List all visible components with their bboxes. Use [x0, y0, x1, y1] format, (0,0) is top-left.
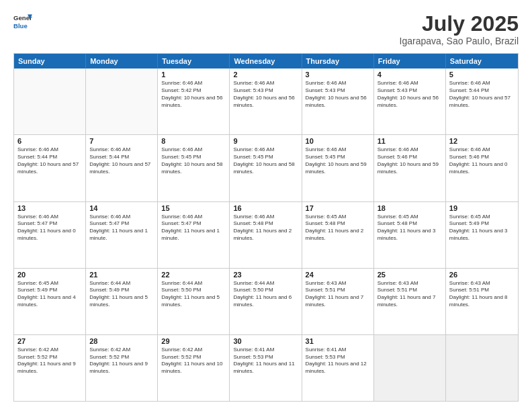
cell-details: Sunrise: 6:43 AM Sunset: 5:51 PM Dayligh… — [449, 280, 515, 309]
day-number: 3 — [306, 71, 370, 79]
cal-cell-empty — [86, 68, 158, 134]
calendar-row-2: 6Sunrise: 6:46 AM Sunset: 5:44 PM Daylig… — [14, 134, 518, 201]
cal-cell-24: 24Sunrise: 6:43 AM Sunset: 5:51 PM Dayli… — [302, 269, 374, 334]
logo: General Blue — [13, 12, 32, 31]
cal-cell-4: 4Sunrise: 6:46 AM Sunset: 5:43 PM Daylig… — [374, 68, 446, 134]
day-number: 1 — [161, 71, 226, 79]
cell-details: Sunrise: 6:42 AM Sunset: 5:52 PM Dayligh… — [89, 347, 154, 375]
day-number: 19 — [449, 204, 515, 212]
cal-cell-8: 8Sunrise: 6:46 AM Sunset: 5:45 PM Daylig… — [158, 135, 230, 201]
day-number: 2 — [233, 71, 298, 79]
cal-cell-11: 11Sunrise: 6:46 AM Sunset: 5:46 PM Dayli… — [374, 135, 446, 201]
day-number: 29 — [161, 337, 226, 345]
calendar-row-3: 13Sunrise: 6:46 AM Sunset: 5:47 PM Dayli… — [14, 201, 518, 268]
cal-cell-15: 15Sunrise: 6:46 AM Sunset: 5:47 PM Dayli… — [158, 202, 230, 268]
weekday-header-wednesday: Wednesday — [230, 54, 302, 68]
weekday-header-saturday: Saturday — [446, 54, 518, 68]
day-number: 26 — [449, 271, 515, 279]
day-number: 8 — [161, 137, 226, 145]
title-block: July 2025 Igarapava, Sao Paulo, Brazil — [400, 12, 519, 46]
calendar-row-5: 27Sunrise: 6:42 AM Sunset: 5:52 PM Dayli… — [14, 334, 518, 401]
cell-details: Sunrise: 6:46 AM Sunset: 5:44 PM Dayligh… — [449, 80, 515, 109]
day-number: 6 — [17, 137, 82, 145]
cal-cell-9: 9Sunrise: 6:46 AM Sunset: 5:45 PM Daylig… — [230, 135, 302, 201]
month-year: July 2025 — [400, 12, 519, 36]
day-number: 16 — [233, 204, 298, 212]
day-number: 11 — [378, 137, 442, 145]
svg-text:Blue: Blue — [13, 22, 28, 30]
day-number: 17 — [306, 204, 370, 212]
calendar-header: SundayMondayTuesdayWednesdayThursdayFrid… — [14, 54, 518, 68]
cell-details: Sunrise: 6:42 AM Sunset: 5:52 PM Dayligh… — [161, 347, 226, 375]
cell-details: Sunrise: 6:46 AM Sunset: 5:46 PM Dayligh… — [378, 146, 442, 175]
cal-cell-6: 6Sunrise: 6:46 AM Sunset: 5:44 PM Daylig… — [14, 135, 86, 201]
cal-cell-14: 14Sunrise: 6:46 AM Sunset: 5:47 PM Dayli… — [86, 202, 158, 268]
cal-cell-17: 17Sunrise: 6:45 AM Sunset: 5:48 PM Dayli… — [302, 202, 374, 268]
cell-details: Sunrise: 6:46 AM Sunset: 5:43 PM Dayligh… — [233, 80, 298, 109]
cell-details: Sunrise: 6:46 AM Sunset: 5:42 PM Dayligh… — [161, 80, 226, 109]
cal-cell-12: 12Sunrise: 6:46 AM Sunset: 5:46 PM Dayli… — [446, 135, 518, 201]
calendar-row-1: 1Sunrise: 6:46 AM Sunset: 5:42 PM Daylig… — [14, 68, 518, 134]
cal-cell-20: 20Sunrise: 6:45 AM Sunset: 5:49 PM Dayli… — [14, 269, 86, 334]
cal-cell-13: 13Sunrise: 6:46 AM Sunset: 5:47 PM Dayli… — [14, 202, 86, 268]
cell-details: Sunrise: 6:45 AM Sunset: 5:48 PM Dayligh… — [378, 214, 442, 242]
cal-cell-5: 5Sunrise: 6:46 AM Sunset: 5:44 PM Daylig… — [446, 68, 518, 134]
cal-cell-3: 3Sunrise: 6:46 AM Sunset: 5:43 PM Daylig… — [302, 68, 374, 134]
cell-details: Sunrise: 6:46 AM Sunset: 5:48 PM Dayligh… — [233, 214, 298, 242]
cal-cell-10: 10Sunrise: 6:46 AM Sunset: 5:45 PM Dayli… — [302, 135, 374, 201]
logo-icon: General Blue — [13, 12, 32, 31]
cell-details: Sunrise: 6:46 AM Sunset: 5:46 PM Dayligh… — [449, 146, 515, 175]
weekday-header-tuesday: Tuesday — [158, 54, 230, 68]
cal-cell-1: 1Sunrise: 6:46 AM Sunset: 5:42 PM Daylig… — [158, 68, 230, 134]
weekday-header-friday: Friday — [374, 54, 446, 68]
cell-details: Sunrise: 6:46 AM Sunset: 5:47 PM Dayligh… — [161, 214, 226, 242]
day-number: 22 — [161, 271, 226, 279]
day-number: 9 — [233, 137, 298, 145]
cal-cell-empty — [14, 68, 86, 134]
cell-details: Sunrise: 6:44 AM Sunset: 5:50 PM Dayligh… — [233, 280, 298, 309]
cal-cell-16: 16Sunrise: 6:46 AM Sunset: 5:48 PM Dayli… — [230, 202, 302, 268]
cell-details: Sunrise: 6:46 AM Sunset: 5:45 PM Dayligh… — [233, 146, 298, 175]
cal-cell-23: 23Sunrise: 6:44 AM Sunset: 5:50 PM Dayli… — [230, 269, 302, 334]
cell-details: Sunrise: 6:43 AM Sunset: 5:51 PM Dayligh… — [378, 280, 442, 309]
cal-cell-7: 7Sunrise: 6:46 AM Sunset: 5:44 PM Daylig… — [86, 135, 158, 201]
day-number: 30 — [233, 337, 298, 345]
cell-details: Sunrise: 6:46 AM Sunset: 5:44 PM Dayligh… — [17, 146, 82, 175]
cell-details: Sunrise: 6:45 AM Sunset: 5:49 PM Dayligh… — [449, 214, 515, 242]
cell-details: Sunrise: 6:44 AM Sunset: 5:50 PM Dayligh… — [161, 280, 226, 309]
weekday-header-sunday: Sunday — [14, 54, 86, 68]
cell-details: Sunrise: 6:46 AM Sunset: 5:43 PM Dayligh… — [306, 80, 370, 109]
cell-details: Sunrise: 6:45 AM Sunset: 5:49 PM Dayligh… — [17, 280, 82, 309]
day-number: 27 — [17, 337, 82, 345]
day-number: 7 — [89, 137, 154, 145]
day-number: 13 — [17, 204, 82, 212]
day-number: 14 — [89, 204, 154, 212]
cal-cell-26: 26Sunrise: 6:43 AM Sunset: 5:51 PM Dayli… — [446, 269, 518, 334]
cell-details: Sunrise: 6:43 AM Sunset: 5:51 PM Dayligh… — [306, 280, 370, 309]
cell-details: Sunrise: 6:45 AM Sunset: 5:48 PM Dayligh… — [306, 214, 370, 242]
cell-details: Sunrise: 6:42 AM Sunset: 5:52 PM Dayligh… — [17, 347, 82, 375]
day-number: 15 — [161, 204, 226, 212]
cell-details: Sunrise: 6:46 AM Sunset: 5:47 PM Dayligh… — [89, 214, 154, 242]
cal-cell-empty — [446, 335, 518, 401]
cal-cell-18: 18Sunrise: 6:45 AM Sunset: 5:48 PM Dayli… — [374, 202, 446, 268]
cell-details: Sunrise: 6:46 AM Sunset: 5:43 PM Dayligh… — [378, 80, 442, 109]
cal-cell-31: 31Sunrise: 6:41 AM Sunset: 5:53 PM Dayli… — [302, 335, 374, 401]
day-number: 21 — [89, 271, 154, 279]
cell-details: Sunrise: 6:46 AM Sunset: 5:45 PM Dayligh… — [306, 146, 370, 175]
cal-cell-30: 30Sunrise: 6:41 AM Sunset: 5:53 PM Dayli… — [230, 335, 302, 401]
header: General Blue July 2025 Igarapava, Sao Pa… — [13, 12, 519, 46]
cell-details: Sunrise: 6:46 AM Sunset: 5:47 PM Dayligh… — [17, 214, 82, 242]
cell-details: Sunrise: 6:46 AM Sunset: 5:45 PM Dayligh… — [161, 146, 226, 175]
calendar-row-4: 20Sunrise: 6:45 AM Sunset: 5:49 PM Dayli… — [14, 268, 518, 334]
cal-cell-empty — [374, 335, 446, 401]
cal-cell-22: 22Sunrise: 6:44 AM Sunset: 5:50 PM Dayli… — [158, 269, 230, 334]
cal-cell-25: 25Sunrise: 6:43 AM Sunset: 5:51 PM Dayli… — [374, 269, 446, 334]
day-number: 28 — [89, 337, 154, 345]
day-number: 5 — [449, 71, 515, 79]
cell-details: Sunrise: 6:41 AM Sunset: 5:53 PM Dayligh… — [233, 347, 298, 375]
cell-details: Sunrise: 6:44 AM Sunset: 5:49 PM Dayligh… — [89, 280, 154, 309]
cal-cell-21: 21Sunrise: 6:44 AM Sunset: 5:49 PM Dayli… — [86, 269, 158, 334]
cal-cell-29: 29Sunrise: 6:42 AM Sunset: 5:52 PM Dayli… — [158, 335, 230, 401]
page: General Blue July 2025 Igarapava, Sao Pa… — [0, 0, 532, 411]
